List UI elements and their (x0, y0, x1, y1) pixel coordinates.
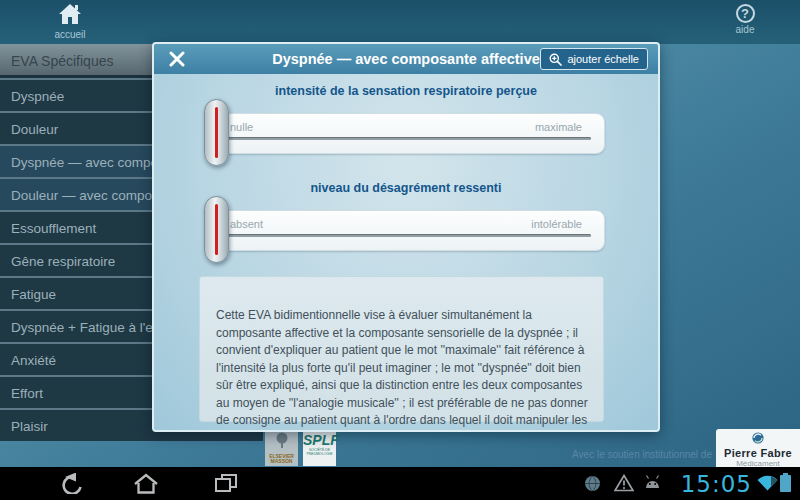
android-debug-status-icon (644, 475, 661, 494)
android-nav-bar: 15:05 (0, 467, 800, 500)
elsevier-tree-icon (275, 432, 289, 450)
recent-apps-button[interactable] (213, 473, 239, 498)
help-icon: ? (736, 4, 755, 23)
scale-1-cursor[interactable] (204, 99, 229, 166)
browser-status-icon (584, 475, 601, 496)
home-icon (59, 10, 81, 27)
scale-2-line (221, 234, 591, 237)
clock: 15:05 (664, 471, 752, 497)
elsevier-masson-logo: ELSEVIER MASSON (265, 430, 298, 466)
scale-1-title: intensité de la sensation respiratoire p… (154, 84, 658, 98)
scale-1-line (221, 137, 591, 140)
splf-logo: SPLF SOCIÉTÉ DE PNEUMOLOGIE (303, 430, 336, 466)
scale-2-max-label: intolérable (531, 218, 582, 230)
home-nav-icon (133, 473, 159, 494)
add-scale-label: ajouter échelle (567, 53, 639, 65)
warning-status-icon (614, 474, 634, 496)
home-nav-button[interactable] (133, 473, 159, 498)
scale-dialog: Dyspnée — avec composante affective ajou… (152, 42, 660, 432)
scale-1-track[interactable]: nulle maximale (207, 113, 605, 154)
back-icon (55, 473, 85, 494)
scale-2-cursor[interactable] (204, 196, 229, 263)
cursor-red-line (215, 204, 219, 255)
dialog-header: Dyspnée — avec composante affective ajou… (154, 44, 658, 74)
help-label: aide (710, 24, 780, 35)
recent-apps-icon (213, 473, 239, 494)
description-text: Cette EVA bidimentionnelle vise à évalue… (200, 277, 603, 432)
back-button[interactable] (55, 473, 85, 498)
scale-2-min-label: absent (230, 218, 263, 230)
scale-1-min-label: nulle (230, 121, 253, 133)
institutional-support-text: Avec le soutien institutionnel de (572, 449, 712, 460)
description-panel: Cette EVA bidimentionnelle vise à évalue… (199, 276, 604, 422)
close-button[interactable] (162, 44, 192, 74)
scale-1-max-label: maximale (535, 121, 582, 133)
wifi-status-icon (757, 474, 778, 495)
add-scale-button[interactable]: ajouter échelle (540, 48, 648, 70)
magnifier-plus-icon (549, 53, 562, 66)
battery-status-icon (780, 475, 791, 492)
scale-2-track[interactable]: absent intolérable (207, 210, 605, 251)
help-button[interactable]: ? aide (710, 4, 780, 35)
close-icon (169, 51, 185, 67)
home-button[interactable]: accueil (35, 4, 105, 40)
pierre-fabre-logo: Pierre Fabre Médicament (716, 429, 800, 467)
cursor-red-line (215, 107, 219, 158)
pierre-fabre-icon (752, 432, 764, 444)
home-label: accueil (35, 29, 105, 40)
scale-2-title: niveau du désagrément ressenti (154, 181, 658, 195)
top-bar: accueil ? aide (0, 0, 800, 44)
dialog-body: intensité de la sensation respiratoire p… (154, 74, 658, 430)
